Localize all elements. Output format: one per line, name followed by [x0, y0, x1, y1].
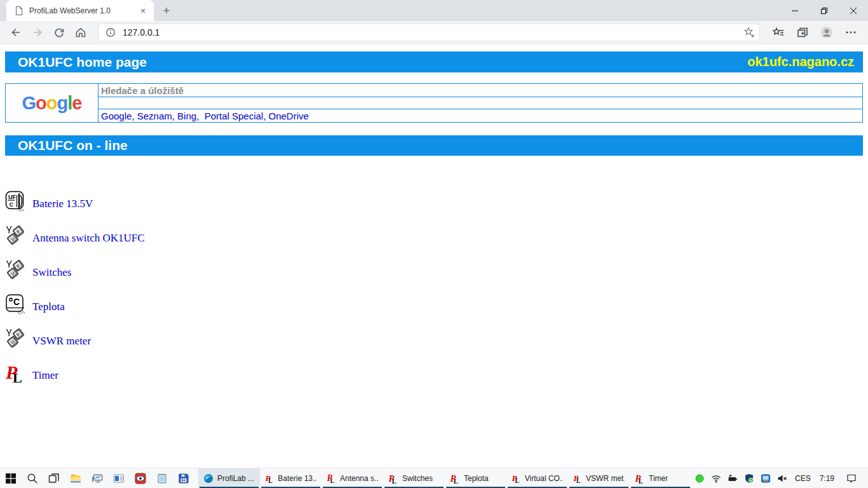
search-button[interactable] — [22, 468, 43, 488]
device-link-item: Antenna switch OK1UFC — [5, 225, 863, 246]
device-link[interactable]: Switches — [32, 266, 71, 280]
device-link[interactable]: Timer — [32, 369, 58, 383]
system-tray: CES 7:19 — [691, 468, 868, 488]
keyboard-language[interactable]: CES — [790, 474, 815, 483]
collections-button[interactable] — [790, 22, 815, 43]
more-menu-button[interactable] — [839, 22, 863, 43]
device-link-item: Baterie 13.5V — [5, 191, 863, 212]
search-table-empty-row — [98, 97, 862, 109]
back-button[interactable] — [5, 22, 27, 43]
add-favorite-icon[interactable] — [743, 26, 756, 39]
search-links-row: Google, Seznam, Bing, Portal Special, On… — [98, 109, 862, 122]
profilab-icon — [327, 473, 336, 484]
wifi-icon[interactable] — [708, 473, 724, 484]
url-text[interactable]: 127.0.0.1 — [116, 27, 743, 37]
taskbar-app-button[interactable]: VSWR met... — [568, 468, 630, 488]
floppy-64-icon[interactable] — [173, 468, 194, 488]
profile-button[interactable] — [815, 22, 839, 43]
browser-nav-bar: 127.0.0.1 — [0, 21, 868, 44]
domain-link[interactable]: ok1ufc.nagano.cz — [747, 55, 854, 69]
favorites-hub-button[interactable] — [766, 22, 790, 43]
file-explorer-icon[interactable] — [65, 468, 86, 488]
page-title: OK1UFC home page — [18, 55, 147, 70]
search-table-header: Hledače a úložiště — [98, 84, 862, 97]
search-table: Google Hledače a úložiště Google, Seznam… — [5, 83, 863, 123]
online-section-header: OK1UFC on - line — [5, 135, 863, 156]
taskbar-app-button[interactable]: Timer — [630, 468, 691, 488]
address-bar[interactable]: 127.0.0.1 — [98, 24, 760, 41]
site-info-icon[interactable] — [105, 27, 116, 38]
restore-button[interactable] — [810, 0, 839, 21]
taskbar-app-button[interactable]: Baterie 13.... — [260, 468, 322, 488]
status-green-icon[interactable] — [691, 473, 708, 484]
device-link[interactable]: Teplota — [32, 301, 65, 315]
profilab-logo-icon — [5, 362, 26, 383]
device-link-item: VSWR meter — [5, 328, 863, 349]
google-logo-letter: g — [57, 93, 68, 113]
google-logo-letter: o — [46, 93, 57, 113]
search-link[interactable]: Seznam, — [137, 111, 177, 121]
taskbar-app-buttons: ProfiLab ... Baterie 13.... Antenna s... — [198, 468, 691, 488]
device-link-item: Timer — [5, 362, 863, 383]
search-link[interactable]: Google, — [101, 111, 137, 121]
tab-close-icon[interactable]: × — [137, 5, 149, 17]
notepad-icon[interactable] — [151, 468, 173, 488]
volume-muted-icon[interactable] — [774, 473, 790, 484]
search-link[interactable]: OneDrive — [269, 111, 309, 121]
device-link[interactable]: VSWR meter — [32, 335, 91, 349]
new-tab-button[interactable]: + — [158, 2, 175, 20]
close-button[interactable] — [839, 0, 868, 21]
page-icon — [14, 6, 24, 16]
panel-app-icon[interactable] — [108, 468, 130, 488]
taskbar-app-button[interactable]: ProfiLab ... — [198, 468, 260, 488]
refresh-button[interactable] — [48, 22, 70, 43]
edge-icon — [203, 473, 214, 484]
profilab-icon — [635, 473, 645, 484]
online-title: OK1UFC on - line — [18, 138, 128, 153]
nav-buttons — [5, 22, 92, 43]
start-button[interactable] — [0, 468, 22, 488]
taskbar-app-button[interactable]: Teplota — [445, 468, 506, 488]
network-app-icon[interactable] — [757, 473, 774, 484]
image-viewer-icon[interactable] — [130, 468, 151, 488]
profilab-icon — [573, 473, 582, 484]
search-table-right: Hledače a úložiště Google, Seznam, Bing,… — [98, 84, 862, 122]
taskbar-app-label: Teplota — [464, 474, 489, 483]
search-link[interactable]: Bing, — [177, 111, 205, 121]
profilab-icon — [512, 473, 521, 484]
ufc-filter-icon — [5, 191, 26, 212]
action-center-icon[interactable] — [839, 473, 864, 484]
clock[interactable]: 7:19 — [815, 474, 839, 483]
minimize-button[interactable] — [780, 0, 810, 21]
battery-icon[interactable] — [724, 473, 741, 484]
task-view-button[interactable] — [43, 468, 65, 488]
device-link[interactable]: Baterie 13.5V — [32, 198, 93, 212]
device-links-list: Baterie 13.5V Antenna switch OK1UFC Swit… — [5, 191, 863, 383]
taskbar-app-button[interactable]: Virtual CO... — [506, 468, 568, 488]
profilab-icon — [450, 473, 460, 484]
taskbar-app-label: VSWR met... — [586, 474, 625, 483]
home-button[interactable] — [70, 22, 92, 43]
taskbar-app-button[interactable]: Antenna s... — [322, 468, 383, 488]
search-link[interactable]: Portal Special, — [205, 111, 269, 121]
taskbar-app-button[interactable]: Switches — [383, 468, 445, 488]
device-link-item: Teplota — [5, 294, 863, 315]
taskbar-app-label: Timer — [649, 474, 668, 483]
taskbar-app-label: ProfiLab ... — [217, 474, 254, 483]
profilab-icon — [388, 473, 398, 484]
antenna-keys-icon — [5, 259, 26, 280]
taskbar-app-label: Baterie 13.... — [278, 474, 316, 483]
google-logo[interactable]: Google — [6, 84, 98, 122]
browser-tab[interactable]: ProfiLab WebServer 1.0 × — [6, 0, 154, 21]
device-link-item: Switches — [5, 259, 863, 280]
defender-shield-icon[interactable] — [741, 473, 757, 484]
forward-button[interactable] — [27, 22, 48, 43]
monitor-app-icon[interactable] — [86, 468, 108, 488]
web-page: OK1UFC home page ok1ufc.nagano.cz Google… — [0, 44, 868, 468]
taskbar-app-label: Switches — [402, 474, 433, 483]
google-logo-letter: G — [22, 93, 36, 113]
device-link[interactable]: Antenna switch OK1UFC — [32, 232, 145, 246]
tab-title: ProfiLab WebServer 1.0 — [24, 6, 137, 15]
antenna-keys-icon — [5, 225, 26, 246]
window-controls — [780, 0, 868, 21]
